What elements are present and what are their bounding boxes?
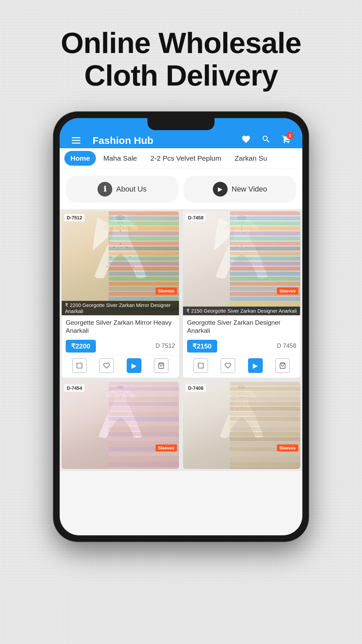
product-image-3[interactable]: D-7454 Sleeves	[62, 382, 179, 469]
checkbox-btn-2[interactable]	[193, 358, 208, 373]
cart-button[interactable]: 1	[280, 132, 293, 148]
product-card: D-7458 Sleeves ₹ 2150 Georgotte Siver Za…	[183, 211, 300, 378]
svg-rect-28	[198, 363, 203, 368]
product-bottom-2: ₹2150 D 7458	[183, 340, 300, 355]
price-badge-2: ₹2150	[187, 340, 217, 353]
sleeves-badge-3: Sleeves	[156, 444, 177, 451]
sleeves-badge-1: Sleeves	[156, 287, 177, 294]
product-actions-2: ▶	[183, 355, 300, 378]
new-video-button[interactable]: ▶ New Video	[184, 176, 296, 203]
price-overlay-text-1: ₹ 2200 Georgotte Siver Zarkan Mirror Des…	[65, 302, 171, 314]
product-image-4[interactable]: D-7406 Sleeves	[183, 382, 300, 469]
tab-zarkan[interactable]: Zarkan Su	[229, 151, 273, 166]
video-btn-2[interactable]: ▶	[248, 358, 263, 373]
svg-point-12	[107, 266, 108, 267]
product-name-1: Georgette Silver Zarkan Mirror Heavy Ana…	[66, 319, 175, 335]
new-video-label: New Video	[232, 185, 267, 194]
phone-outer: Fashion Hub 1	[54, 112, 308, 541]
price-badge-1: ₹2200	[66, 340, 96, 353]
sleeves-badge-4: Sleeves	[277, 444, 298, 451]
product-bottom-1: ₹2200 D 7512	[62, 340, 179, 355]
menu-icon	[72, 140, 80, 141]
product-info-1: Georgette Silver Zarkan Mirror Heavy Ana…	[62, 315, 179, 340]
menu-icon	[72, 137, 80, 138]
product-id-label-3: D-7454	[64, 384, 84, 392]
tab-home[interactable]: Home	[64, 151, 96, 166]
price-overlay-1: ₹ 2200 Georgotte Siver Zarkan Mirror Des…	[62, 301, 179, 315]
fabric-bg-2	[230, 211, 300, 315]
app-bar-icons: 1	[239, 132, 293, 148]
product-card: D-7512 Sleeves ₹ 2200 Georgotte Siver Za…	[62, 211, 179, 378]
phone-mockup: Fashion Hub 1	[0, 112, 362, 541]
menu-button[interactable]	[69, 135, 83, 146]
phone-screen: Fashion Hub 1	[60, 118, 302, 535]
product-image-2[interactable]: D-7458 Sleeves ₹ 2150 Georgotte Siver Za…	[183, 211, 300, 315]
phone-notch	[147, 118, 215, 130]
product-display-id-1: D 7512	[156, 342, 175, 350]
wishlist-btn-1[interactable]	[99, 358, 114, 373]
page-background: Online WholesaleCloth Delivery Fashion H…	[0, 0, 362, 541]
fabric-bg-3	[109, 382, 179, 469]
about-us-button[interactable]: ℹ About Us	[66, 176, 178, 203]
info-icon: ℹ	[98, 182, 112, 197]
fabric-bg-4	[230, 382, 300, 469]
tab-maha-sale[interactable]: Maha Sale	[97, 151, 143, 166]
product-id-label-1: D-7512	[64, 214, 84, 221]
menu-icon	[72, 143, 80, 144]
action-buttons-row: ℹ About Us ▶ New Video	[60, 169, 302, 209]
product-id-label-2: D-7458	[186, 214, 206, 221]
price-overlay-text-2: ₹ 2150 Georgotte Siver Zarkan Designer A…	[186, 308, 297, 314]
tab-velvet-peplum[interactable]: 2-2 Pcs Velvet Peplum	[144, 151, 227, 166]
nav-tabs: Home Maha Sale 2-2 Pcs Velvet Peplum Zar…	[60, 148, 302, 169]
product-grid: D-7512 Sleeves ₹ 2200 Georgotte Siver Za…	[60, 209, 302, 471]
page-header: Online WholesaleCloth Delivery	[0, 0, 362, 112]
product-name-2: Georgotte Siver Zarkan Designer Anarkali	[187, 319, 296, 335]
svg-rect-14	[77, 363, 82, 368]
product-display-id-2: D 7458	[277, 342, 296, 350]
fabric-bg	[109, 211, 179, 315]
wishlist-button[interactable]	[239, 132, 253, 148]
cart-btn-2[interactable]	[275, 358, 290, 373]
video-icon: ▶	[213, 182, 228, 197]
product-actions-1: ▶	[62, 355, 179, 378]
product-card: D-7454 Sleeves	[62, 382, 179, 469]
product-card: D-7406 Sleeves	[183, 382, 300, 469]
checkbox-btn-1[interactable]	[72, 358, 87, 373]
page-title: Online WholesaleCloth Delivery	[20, 27, 342, 92]
product-image-1[interactable]: D-7512 Sleeves ₹ 2200 Georgotte Siver Za…	[62, 211, 179, 315]
wishlist-btn-2[interactable]	[221, 358, 235, 373]
about-us-label: About Us	[116, 185, 147, 194]
search-button[interactable]	[259, 132, 273, 148]
price-overlay-2: ₹ 2150 Georgotte Siver Zarkan Designer A…	[183, 307, 300, 315]
cart-badge: 1	[286, 132, 294, 139]
product-info-2: Georgotte Siver Zarkan Designer Anarkali	[183, 315, 300, 340]
app-title: Fashion Hub	[93, 135, 233, 146]
sleeves-badge-2: Sleeves	[277, 287, 298, 294]
cart-btn-1[interactable]	[154, 358, 169, 373]
product-id-label-4: D-7406	[186, 384, 206, 392]
video-btn-1[interactable]: ▶	[127, 358, 141, 373]
